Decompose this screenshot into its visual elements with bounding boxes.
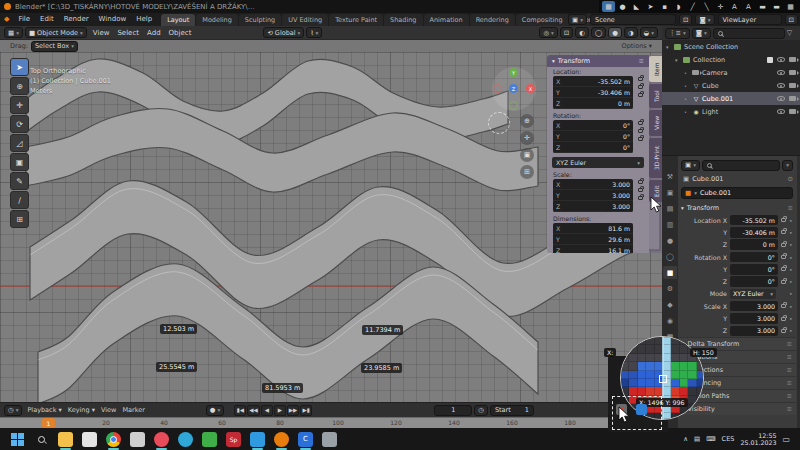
value-field[interactable]: 3.000 — [730, 326, 778, 337]
gizmo-y-neg[interactable] — [509, 101, 518, 110]
taskbar-app-media-red[interactable] — [154, 432, 169, 447]
expander-icon[interactable]: • — [684, 70, 692, 76]
outliner-row-light[interactable]: •◉Light — [662, 105, 800, 118]
lock-icon[interactable] — [638, 129, 643, 133]
shading-rendered-button[interactable]: ◒▾ — [640, 27, 658, 38]
transform-field-y[interactable]: Y29.6 m — [553, 234, 633, 245]
camera-toggle-icon[interactable] — [789, 96, 796, 101]
viewlayer-field[interactable]: ViewLayer — [718, 14, 782, 25]
eye-icon[interactable] — [777, 96, 785, 101]
rect-filled-icon[interactable]: ▬ — [756, 1, 769, 12]
snap-dropdown[interactable]: ⌇▾ — [306, 27, 322, 38]
add-primitive-tool[interactable]: ⊞ — [10, 210, 29, 228]
select-box-tool[interactable]: ➤ — [10, 58, 29, 76]
viewport-menu-view[interactable]: View — [89, 29, 114, 37]
line-icon[interactable]: ╱ — [686, 1, 699, 12]
select-rect-icon[interactable]: ▦ — [602, 1, 615, 12]
animate-dot-icon[interactable]: • — [789, 278, 793, 285]
shading-wireframe-button[interactable]: ◯ — [591, 27, 606, 38]
workspace-tab-sculpting[interactable]: Sculpting — [239, 14, 281, 26]
lock-icon[interactable] — [781, 230, 786, 234]
workspace-tab-compositing[interactable]: Compositing — [516, 14, 569, 26]
properties-tab-scene[interactable]: ● — [663, 234, 677, 247]
gizmo-z-axis[interactable]: Z — [509, 84, 518, 93]
viewport-menu-add[interactable]: Add — [143, 29, 165, 37]
properties-tab-object[interactable]: ■ — [663, 266, 677, 279]
n-panel-header[interactable]: ▾Transform ≡ — [547, 55, 649, 67]
prev-keyframe-button[interactable]: ◀◀ — [247, 405, 259, 416]
measure-tool[interactable]: ∕ — [10, 191, 29, 209]
lock-icon[interactable] — [781, 243, 786, 247]
gizmo-y-axis[interactable]: Y — [509, 68, 518, 77]
mode-dropdown[interactable]: ■ Object Mode▾ — [25, 27, 87, 38]
value-field[interactable]: -30.406 m — [730, 227, 778, 238]
transform-field-z[interactable]: Z0° — [553, 142, 633, 153]
viewport-menu-select[interactable]: Select — [113, 29, 143, 37]
animate-dot-icon[interactable]: • — [789, 241, 793, 248]
menu-edit[interactable]: Edit — [35, 13, 59, 26]
eye-icon[interactable] — [777, 70, 785, 75]
rect-wide-icon[interactable]: ▬ — [770, 1, 783, 12]
tray-up-arrow[interactable]: ∧ — [683, 435, 688, 443]
text-a2-icon[interactable]: A — [742, 1, 755, 12]
value-field[interactable]: 0 m — [730, 239, 778, 250]
outliner-search-input[interactable] — [713, 28, 785, 39]
taskbar-app-gray-app[interactable] — [322, 432, 337, 447]
scene-new-button[interactable]: ⊡ — [679, 14, 692, 25]
notification-icon[interactable]: ▭ — [782, 435, 790, 444]
grid-icon[interactable]: ▦ — [784, 1, 797, 12]
lock-icon[interactable] — [781, 267, 786, 271]
jump-to-start-button[interactable]: ▮◀ — [234, 405, 246, 416]
backslash-icon[interactable]: ╲ — [700, 1, 713, 12]
transform-field-x[interactable]: X0° — [553, 120, 633, 131]
gizmo-x-neg[interactable] — [493, 84, 502, 93]
lock-icon[interactable] — [781, 304, 786, 308]
expander-icon[interactable]: • — [684, 96, 692, 102]
workspace-tab-modeling[interactable]: Modeling — [196, 14, 238, 26]
eye-icon[interactable] — [777, 57, 785, 62]
lock-icon[interactable] — [638, 137, 643, 141]
active-tool-dropdown[interactable]: Select Box▾ — [31, 41, 78, 52]
taskbar-app-edge[interactable] — [178, 432, 193, 447]
value-field[interactable]: -35.502 m — [730, 215, 778, 226]
n-panel-tab-view[interactable]: View — [649, 110, 663, 136]
menu-render[interactable]: Render — [59, 13, 94, 26]
expander-icon[interactable]: • — [684, 83, 692, 89]
checkbox-icon[interactable] — [767, 57, 773, 63]
lock-icon[interactable] — [781, 280, 786, 284]
transform-field-z[interactable]: Z3.000 — [553, 201, 633, 212]
text-a-icon[interactable]: A — [728, 1, 741, 12]
animate-dot-icon[interactable]: • — [789, 327, 793, 334]
frame-start-field[interactable]: Start1 — [490, 405, 534, 416]
gizmo-toggle-button[interactable]: ⊡ — [560, 27, 573, 38]
options-dropdown[interactable]: Options ▾ — [622, 42, 652, 50]
blender-menu-icon[interactable]: ◆ — [0, 13, 13, 26]
taskbar-app-blender[interactable] — [274, 432, 289, 447]
menu-help[interactable]: Help — [131, 13, 157, 26]
n-panel-tab-tool[interactable]: Tool — [649, 84, 663, 108]
pan-icon[interactable]: ✛ — [520, 131, 534, 145]
taskbar-app-explorer[interactable] — [58, 432, 73, 447]
workspace-tab-uv-editing[interactable]: UV Editing — [282, 14, 328, 26]
animate-dot-icon[interactable]: • — [789, 315, 793, 322]
cursor-icon[interactable]: ➤ — [644, 1, 657, 12]
value-field[interactable]: 0° — [730, 252, 778, 263]
viewlayer-new-button[interactable]: ⊡ — [785, 14, 798, 25]
taskbar-app-green-app[interactable] — [202, 432, 217, 447]
taskbar-app-vscode[interactable] — [250, 432, 265, 447]
camera-toggle-icon[interactable] — [789, 83, 796, 88]
animate-dot-icon[interactable]: • — [789, 266, 793, 273]
tray-network-icon[interactable]: ▤ — [694, 435, 700, 443]
workspace-tab-rendering[interactable]: Rendering — [470, 14, 515, 26]
transform-field-z[interactable]: Z0 m — [553, 98, 633, 109]
rotate-tool[interactable]: ⟳ — [10, 115, 29, 133]
timeline-menu-keying[interactable]: Keying ▾ — [65, 406, 98, 414]
cross-icon[interactable]: ✛ — [714, 1, 727, 12]
blob-icon[interactable]: ◗ — [672, 1, 685, 12]
timeline-menu-marker[interactable]: Marker — [119, 406, 147, 414]
outliner-row-cube[interactable]: •▽Cube — [662, 79, 800, 92]
use-preview-range-button[interactable]: ◷ — [474, 405, 488, 416]
language-indicator[interactable]: CES — [722, 435, 735, 443]
menu-window[interactable]: Window — [94, 13, 132, 26]
shading-solid-button[interactable]: ● — [608, 27, 622, 38]
